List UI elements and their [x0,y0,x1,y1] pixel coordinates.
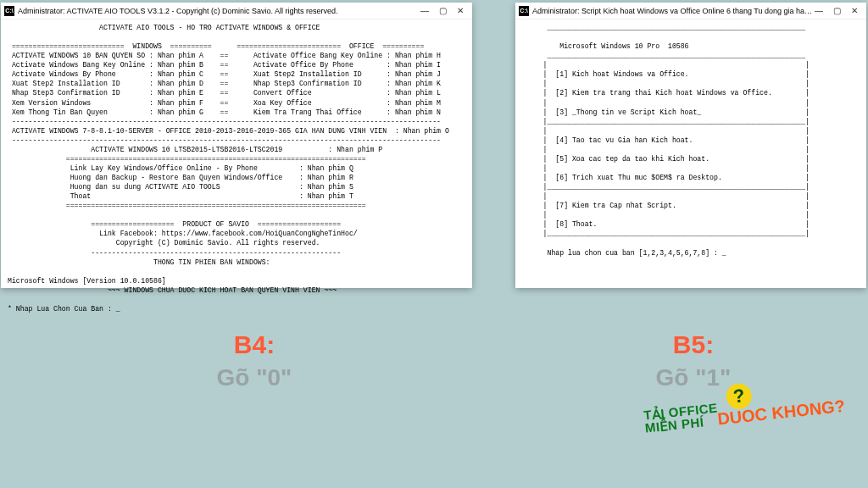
titlebar[interactable]: C:\ Administrator: ACTIVATE AIO TOOLS V3… [1,3,472,19]
step-label: B5: [583,330,804,359]
minimize-button[interactable]: — [420,6,429,15]
window-title: Administrator: ACTIVATE AIO TOOLS V3.1.2… [18,7,420,15]
action-label: Gõ "0" [144,364,364,391]
maximize-button[interactable]: ▢ [439,6,447,15]
console-output[interactable]: ________________________________________… [515,19,866,261]
console-window-right: C:\ Administrator: Script Kich hoat Wind… [515,3,866,288]
caption-right: B5: Gõ "1" [583,330,804,391]
watermark: ? TẢI OFFICE MIỄN PHÍ DUOC KHONG? [643,402,720,435]
titlebar[interactable]: C:\ Administrator: Script Kich hoat Wind… [515,3,866,19]
action-label: Gõ "1" [583,364,804,391]
minimize-button[interactable]: — [815,6,823,15]
window-title: Administrator: Script Kich hoat Windows … [532,7,815,15]
cmd-icon: C:\ [519,6,529,16]
close-button[interactable]: ✕ [457,6,464,15]
caption-left: B4: Gõ "0" [144,330,364,391]
maximize-button[interactable]: ▢ [833,6,841,15]
console-output[interactable]: ACTIVATE AIO TOOLS - HO TRO ACTIVATE WIN… [1,19,472,317]
step-label: B4: [144,330,364,359]
console-window-left: C:\ Administrator: ACTIVATE AIO TOOLS V3… [1,3,472,288]
window-controls: — ▢ ✕ [420,6,469,15]
window-controls: — ▢ ✕ [815,6,863,15]
close-button[interactable]: ✕ [851,6,858,15]
cmd-icon: C:\ [4,6,14,16]
